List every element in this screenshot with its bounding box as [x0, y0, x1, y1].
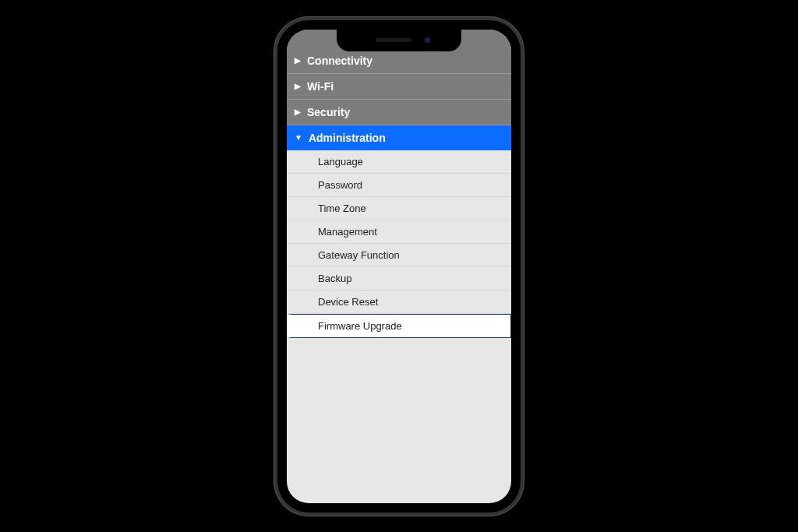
chevron-right-icon: ▶ [295, 107, 301, 116]
submenu-administration: Language Password Time Zone Management G… [287, 150, 511, 338]
submenu-item-label: Password [318, 179, 362, 191]
submenu-item-password[interactable]: Password [287, 174, 511, 197]
phone-frame: ▶ Connectivity ▶ Wi-Fi ▶ Security ▼ Admi… [274, 17, 524, 516]
submenu-item-label: Gateway Function [318, 249, 400, 261]
phone-bezel: ▶ Connectivity ▶ Wi-Fi ▶ Security ▼ Admi… [277, 20, 521, 513]
submenu-item-gateway-function[interactable]: Gateway Function [287, 244, 511, 267]
submenu-item-language[interactable]: Language [287, 150, 511, 174]
nav-section-label: Security [307, 106, 350, 118]
chevron-right-icon: ▶ [295, 82, 301, 90]
submenu-item-label: Backup [318, 273, 351, 284]
submenu-item-management[interactable]: Management [287, 220, 511, 244]
submenu-item-label: Language [318, 156, 363, 167]
submenu-item-label: Device Reset [318, 296, 378, 308]
submenu-item-label: Firmware Upgrade [318, 320, 402, 332]
nav-section-label: Administration [309, 132, 386, 144]
nav-section-administration[interactable]: ▼ Administration [287, 125, 511, 150]
chevron-down-icon: ▼ [295, 133, 302, 142]
submenu-item-time-zone[interactable]: Time Zone [287, 197, 511, 220]
submenu-item-device-reset[interactable]: Device Reset [287, 291, 511, 314]
nav-section-label: Wi-Fi [307, 80, 334, 93]
speaker-icon [376, 38, 411, 42]
submenu-item-label: Time Zone [318, 203, 366, 214]
nav-section-security[interactable]: ▶ Security [287, 100, 511, 125]
screen: ▶ Connectivity ▶ Wi-Fi ▶ Security ▼ Admi… [287, 30, 511, 503]
camera-icon [425, 37, 430, 43]
chevron-right-icon: ▶ [295, 56, 301, 65]
submenu-item-backup[interactable]: Backup [287, 267, 511, 291]
submenu-item-firmware-upgrade[interactable]: Firmware Upgrade [287, 314, 511, 338]
submenu-item-label: Management [318, 226, 377, 238]
nav-section-label: Connectivity [307, 55, 373, 67]
phone-notch [337, 30, 461, 51]
nav-section-wifi[interactable]: ▶ Wi-Fi [287, 74, 511, 100]
